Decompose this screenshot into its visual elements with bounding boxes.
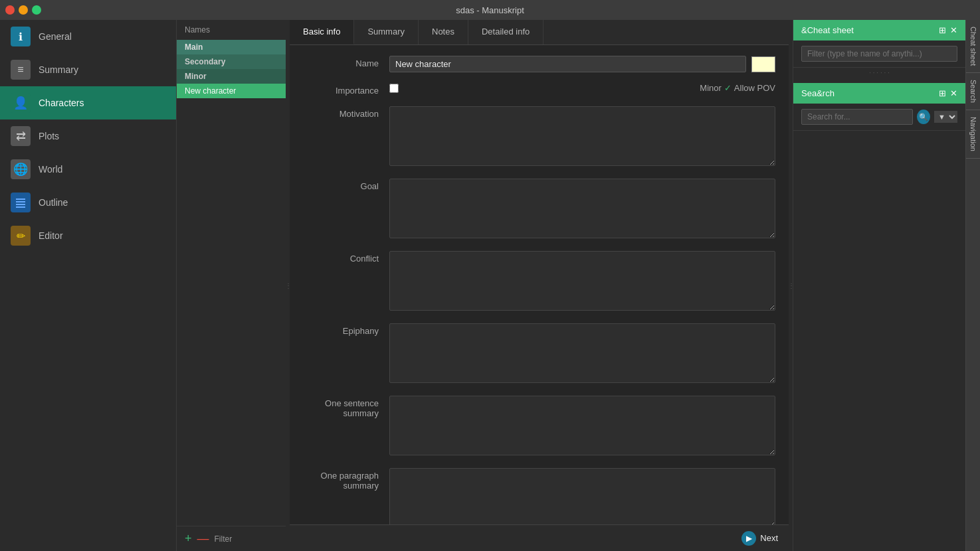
tab-notes[interactable]: Notes [419, 20, 468, 44]
sidebar-item-outline[interactable]: Outline [0, 186, 176, 219]
svg-rect-3 [16, 206, 25, 208]
char-group-secondary[interactable]: Secondary [177, 54, 286, 69]
color-swatch[interactable] [751, 56, 775, 72]
motivation-control [389, 106, 775, 168]
right-tab-navigation[interactable]: Navigation [966, 110, 980, 159]
sidebar-item-plots[interactable]: ⇄ Plots [0, 119, 176, 153]
conflict-input[interactable] [389, 251, 775, 311]
cheat-sheet-header: &Cheat sheet ⊞ ✕ [793, 20, 965, 40]
char-group-minor[interactable]: Minor [177, 69, 286, 84]
char-group-main[interactable]: Main [177, 40, 286, 54]
sidebar-item-general[interactable]: ℹ General [0, 20, 176, 53]
next-icon: ▶ [741, 531, 756, 546]
one-paragraph-label: One paragraph summary [303, 468, 389, 491]
search-header: Sea&rch ⊞ ✕ [793, 83, 965, 104]
search-title: Sea&rch [801, 88, 834, 98]
main-layout: ℹ General ≡ Summary 👤 Characters ⇄ Plots… [0, 20, 980, 551]
world-icon: 🌐 [11, 159, 31, 179]
search-expand-icon[interactable]: ⊞ [939, 88, 946, 98]
search-section: Sea&rch ⊞ ✕ 🔍 ▼ [793, 83, 965, 131]
maximize-button[interactable] [32, 5, 41, 15]
dots-handle: · · · · · · [793, 68, 965, 78]
one-paragraph-input[interactable] [389, 468, 775, 524]
remove-character-button[interactable]: — [197, 532, 209, 546]
epiphany-input[interactable] [389, 323, 775, 383]
importance-label: Importance [303, 83, 389, 96]
name-control [389, 56, 775, 72]
cheat-sheet-expand-icon[interactable]: ⊞ [939, 25, 946, 35]
conflict-control [389, 251, 775, 313]
svg-rect-1 [16, 201, 25, 202]
cheat-sheet-controls: ⊞ ✕ [939, 25, 957, 35]
window-controls[interactable] [5, 5, 41, 15]
summary-label: Summary [39, 64, 78, 75]
name-input[interactable] [389, 56, 746, 72]
next-button[interactable]: ▶ Next [741, 531, 778, 546]
content-footer: ▶ Next [290, 524, 789, 551]
one-paragraph-control [389, 468, 775, 524]
one-sentence-input[interactable] [389, 396, 775, 455]
cheat-sheet-close-icon[interactable]: ✕ [950, 25, 957, 35]
char-panel-footer: + — Filter [177, 526, 286, 551]
motivation-label: Motivation [303, 106, 389, 119]
plots-label: Plots [39, 131, 59, 141]
editor-icon: ✏ [11, 226, 31, 246]
tab-summary[interactable]: Summary [354, 20, 419, 44]
add-character-button[interactable]: + [185, 532, 192, 546]
importance-checkbox[interactable] [389, 84, 399, 93]
one-sentence-control [389, 396, 775, 457]
importance-row: Importance Minor ✓ Allow POV [303, 83, 775, 96]
sidebar-item-summary[interactable]: ≡ Summary [0, 53, 176, 86]
tab-bar: Basic info Summary Notes Detailed info [290, 20, 789, 45]
outline-icon [11, 193, 31, 212]
one-sentence-label: One sentence summary [303, 396, 389, 418]
sidebar-item-world[interactable]: 🌐 World [0, 153, 176, 186]
characters-label: Characters [39, 98, 84, 108]
minor-label: Minor [700, 83, 722, 93]
outline-label: Outline [39, 197, 68, 208]
search-content: 🔍 ▼ [793, 104, 965, 130]
conflict-label: Conflict [303, 251, 389, 264]
importance-control: Minor ✓ Allow POV [389, 83, 775, 93]
epiphany-row: Epiphany [303, 323, 775, 385]
cheat-sheet-filter-input[interactable] [801, 46, 957, 62]
one-paragraph-row: One paragraph summary [303, 468, 775, 524]
search-button[interactable]: 🔍 [917, 110, 930, 124]
search-controls: ⊞ ✕ [939, 88, 957, 98]
motivation-input[interactable] [389, 106, 775, 166]
right-panel: &Cheat sheet ⊞ ✕ · · · · · · Sea&rch ⊞ ✕ [793, 20, 965, 551]
right-tab-search[interactable]: Search [966, 73, 980, 110]
app-title: sdas - Manuskript [456, 5, 524, 15]
epiphany-control [389, 323, 775, 385]
tab-detailed-info[interactable]: Detailed info [468, 20, 543, 44]
char-filter-label: Filter [215, 534, 233, 544]
sidebar-item-characters[interactable]: 👤 Characters [0, 86, 176, 119]
char-panel-header: Names [177, 20, 286, 40]
general-icon: ℹ [11, 27, 31, 46]
characters-icon: 👤 [11, 93, 31, 113]
minimize-button[interactable] [19, 5, 28, 15]
name-row: Name [303, 56, 775, 72]
form-area: Name Importance Minor ✓ Allow POV [290, 45, 789, 524]
left-sidebar: ℹ General ≡ Summary 👤 Characters ⇄ Plots… [0, 20, 176, 551]
cheat-sheet-section: &Cheat sheet ⊞ ✕ [793, 20, 965, 68]
tab-basic-info[interactable]: Basic info [290, 20, 354, 44]
goal-input[interactable] [389, 179, 775, 238]
search-input[interactable] [801, 109, 913, 125]
general-label: General [39, 31, 72, 42]
motivation-row: Motivation [303, 106, 775, 168]
goal-row: Goal [303, 179, 775, 240]
right-tab-cheat-sheet[interactable]: Cheat sheet [966, 20, 980, 73]
search-close-icon[interactable]: ✕ [950, 88, 957, 98]
plots-icon: ⇄ [11, 126, 31, 146]
search-dropdown[interactable]: ▼ [934, 111, 957, 123]
char-item-new-character[interactable]: New character [177, 84, 286, 98]
allow-pov-check-icon: ✓ [724, 83, 732, 93]
titlebar: sdas - Manuskript [0, 0, 980, 20]
cheat-sheet-title: &Cheat sheet [801, 25, 854, 35]
goal-label: Goal [303, 179, 389, 191]
sidebar-item-editor[interactable]: ✏ Editor [0, 219, 176, 252]
cheat-sheet-content [793, 40, 965, 67]
close-button[interactable] [5, 5, 15, 15]
search-row: 🔍 ▼ [801, 109, 957, 125]
